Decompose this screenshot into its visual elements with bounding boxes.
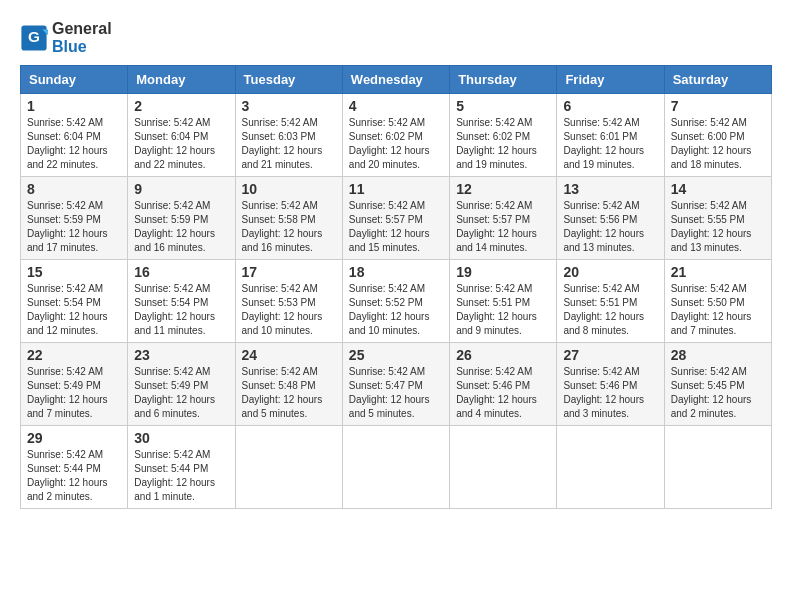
logo-line2: Blue <box>52 38 112 56</box>
day-info: Sunrise: 5:42 AM Sunset: 5:57 PM Dayligh… <box>456 199 550 255</box>
calendar-cell <box>557 426 664 509</box>
calendar-body: 1 Sunrise: 5:42 AM Sunset: 6:04 PM Dayli… <box>21 94 772 509</box>
day-number: 8 <box>27 181 121 197</box>
logo-line1: General <box>52 20 112 38</box>
calendar-cell: 6 Sunrise: 5:42 AM Sunset: 6:01 PM Dayli… <box>557 94 664 177</box>
calendar-cell: 3 Sunrise: 5:42 AM Sunset: 6:03 PM Dayli… <box>235 94 342 177</box>
day-number: 28 <box>671 347 765 363</box>
day-info: Sunrise: 5:42 AM Sunset: 5:51 PM Dayligh… <box>456 282 550 338</box>
day-number: 23 <box>134 347 228 363</box>
day-number: 22 <box>27 347 121 363</box>
header: G General Blue <box>20 20 772 55</box>
day-number: 30 <box>134 430 228 446</box>
calendar-cell: 1 Sunrise: 5:42 AM Sunset: 6:04 PM Dayli… <box>21 94 128 177</box>
day-number: 5 <box>456 98 550 114</box>
logo: G General Blue <box>20 20 112 55</box>
day-number: 18 <box>349 264 443 280</box>
calendar-cell: 12 Sunrise: 5:42 AM Sunset: 5:57 PM Dayl… <box>450 177 557 260</box>
calendar-cell: 8 Sunrise: 5:42 AM Sunset: 5:59 PM Dayli… <box>21 177 128 260</box>
day-number: 1 <box>27 98 121 114</box>
day-info: Sunrise: 5:42 AM Sunset: 5:44 PM Dayligh… <box>27 448 121 504</box>
calendar-cell: 21 Sunrise: 5:42 AM Sunset: 5:50 PM Dayl… <box>664 260 771 343</box>
calendar-cell: 25 Sunrise: 5:42 AM Sunset: 5:47 PM Dayl… <box>342 343 449 426</box>
day-number: 15 <box>27 264 121 280</box>
day-info: Sunrise: 5:42 AM Sunset: 5:58 PM Dayligh… <box>242 199 336 255</box>
day-number: 17 <box>242 264 336 280</box>
calendar-table: SundayMondayTuesdayWednesdayThursdayFrid… <box>20 65 772 509</box>
day-info: Sunrise: 5:42 AM Sunset: 5:59 PM Dayligh… <box>134 199 228 255</box>
day-number: 11 <box>349 181 443 197</box>
calendar-cell: 7 Sunrise: 5:42 AM Sunset: 6:00 PM Dayli… <box>664 94 771 177</box>
calendar-cell: 16 Sunrise: 5:42 AM Sunset: 5:54 PM Dayl… <box>128 260 235 343</box>
day-number: 19 <box>456 264 550 280</box>
day-info: Sunrise: 5:42 AM Sunset: 5:46 PM Dayligh… <box>456 365 550 421</box>
svg-text:G: G <box>28 28 40 45</box>
day-info: Sunrise: 5:42 AM Sunset: 5:49 PM Dayligh… <box>134 365 228 421</box>
calendar-cell: 5 Sunrise: 5:42 AM Sunset: 6:02 PM Dayli… <box>450 94 557 177</box>
calendar-week-2: 8 Sunrise: 5:42 AM Sunset: 5:59 PM Dayli… <box>21 177 772 260</box>
day-number: 14 <box>671 181 765 197</box>
calendar-cell: 18 Sunrise: 5:42 AM Sunset: 5:52 PM Dayl… <box>342 260 449 343</box>
day-number: 13 <box>563 181 657 197</box>
day-info: Sunrise: 5:42 AM Sunset: 5:50 PM Dayligh… <box>671 282 765 338</box>
calendar-cell <box>235 426 342 509</box>
day-info: Sunrise: 5:42 AM Sunset: 6:03 PM Dayligh… <box>242 116 336 172</box>
calendar-cell: 19 Sunrise: 5:42 AM Sunset: 5:51 PM Dayl… <box>450 260 557 343</box>
calendar-cell <box>664 426 771 509</box>
day-info: Sunrise: 5:42 AM Sunset: 6:04 PM Dayligh… <box>27 116 121 172</box>
day-info: Sunrise: 5:42 AM Sunset: 6:01 PM Dayligh… <box>563 116 657 172</box>
day-info: Sunrise: 5:42 AM Sunset: 5:54 PM Dayligh… <box>27 282 121 338</box>
day-info: Sunrise: 5:42 AM Sunset: 5:45 PM Dayligh… <box>671 365 765 421</box>
day-number: 29 <box>27 430 121 446</box>
day-info: Sunrise: 5:42 AM Sunset: 5:53 PM Dayligh… <box>242 282 336 338</box>
calendar-cell: 30 Sunrise: 5:42 AM Sunset: 5:44 PM Dayl… <box>128 426 235 509</box>
day-info: Sunrise: 5:42 AM Sunset: 6:00 PM Dayligh… <box>671 116 765 172</box>
day-number: 6 <box>563 98 657 114</box>
calendar-cell: 10 Sunrise: 5:42 AM Sunset: 5:58 PM Dayl… <box>235 177 342 260</box>
day-info: Sunrise: 5:42 AM Sunset: 5:55 PM Dayligh… <box>671 199 765 255</box>
calendar-cell: 20 Sunrise: 5:42 AM Sunset: 5:51 PM Dayl… <box>557 260 664 343</box>
calendar-cell: 22 Sunrise: 5:42 AM Sunset: 5:49 PM Dayl… <box>21 343 128 426</box>
day-info: Sunrise: 5:42 AM Sunset: 6:02 PM Dayligh… <box>349 116 443 172</box>
day-info: Sunrise: 5:42 AM Sunset: 5:54 PM Dayligh… <box>134 282 228 338</box>
weekday-header-sunday: Sunday <box>21 66 128 94</box>
day-number: 3 <box>242 98 336 114</box>
weekday-header-thursday: Thursday <box>450 66 557 94</box>
calendar-cell: 26 Sunrise: 5:42 AM Sunset: 5:46 PM Dayl… <box>450 343 557 426</box>
calendar-week-1: 1 Sunrise: 5:42 AM Sunset: 6:04 PM Dayli… <box>21 94 772 177</box>
day-info: Sunrise: 5:42 AM Sunset: 5:47 PM Dayligh… <box>349 365 443 421</box>
calendar-cell: 9 Sunrise: 5:42 AM Sunset: 5:59 PM Dayli… <box>128 177 235 260</box>
weekday-header-monday: Monday <box>128 66 235 94</box>
day-info: Sunrise: 5:42 AM Sunset: 5:46 PM Dayligh… <box>563 365 657 421</box>
day-number: 25 <box>349 347 443 363</box>
calendar-cell: 2 Sunrise: 5:42 AM Sunset: 6:04 PM Dayli… <box>128 94 235 177</box>
weekday-header-saturday: Saturday <box>664 66 771 94</box>
calendar-week-5: 29 Sunrise: 5:42 AM Sunset: 5:44 PM Dayl… <box>21 426 772 509</box>
weekday-header-friday: Friday <box>557 66 664 94</box>
calendar-cell: 23 Sunrise: 5:42 AM Sunset: 5:49 PM Dayl… <box>128 343 235 426</box>
day-number: 20 <box>563 264 657 280</box>
calendar-week-3: 15 Sunrise: 5:42 AM Sunset: 5:54 PM Dayl… <box>21 260 772 343</box>
calendar-cell: 4 Sunrise: 5:42 AM Sunset: 6:02 PM Dayli… <box>342 94 449 177</box>
day-info: Sunrise: 5:42 AM Sunset: 5:57 PM Dayligh… <box>349 199 443 255</box>
calendar-cell: 14 Sunrise: 5:42 AM Sunset: 5:55 PM Dayl… <box>664 177 771 260</box>
calendar-cell: 15 Sunrise: 5:42 AM Sunset: 5:54 PM Dayl… <box>21 260 128 343</box>
day-number: 12 <box>456 181 550 197</box>
day-number: 10 <box>242 181 336 197</box>
calendar-cell: 13 Sunrise: 5:42 AM Sunset: 5:56 PM Dayl… <box>557 177 664 260</box>
day-number: 9 <box>134 181 228 197</box>
day-info: Sunrise: 5:42 AM Sunset: 5:48 PM Dayligh… <box>242 365 336 421</box>
weekday-header-tuesday: Tuesday <box>235 66 342 94</box>
weekday-header-wednesday: Wednesday <box>342 66 449 94</box>
day-info: Sunrise: 5:42 AM Sunset: 5:56 PM Dayligh… <box>563 199 657 255</box>
calendar-cell: 17 Sunrise: 5:42 AM Sunset: 5:53 PM Dayl… <box>235 260 342 343</box>
day-number: 21 <box>671 264 765 280</box>
day-info: Sunrise: 5:42 AM Sunset: 5:51 PM Dayligh… <box>563 282 657 338</box>
day-number: 24 <box>242 347 336 363</box>
day-info: Sunrise: 5:42 AM Sunset: 5:59 PM Dayligh… <box>27 199 121 255</box>
day-info: Sunrise: 5:42 AM Sunset: 5:52 PM Dayligh… <box>349 282 443 338</box>
weekday-header-row: SundayMondayTuesdayWednesdayThursdayFrid… <box>21 66 772 94</box>
calendar-cell: 11 Sunrise: 5:42 AM Sunset: 5:57 PM Dayl… <box>342 177 449 260</box>
day-number: 16 <box>134 264 228 280</box>
day-number: 7 <box>671 98 765 114</box>
